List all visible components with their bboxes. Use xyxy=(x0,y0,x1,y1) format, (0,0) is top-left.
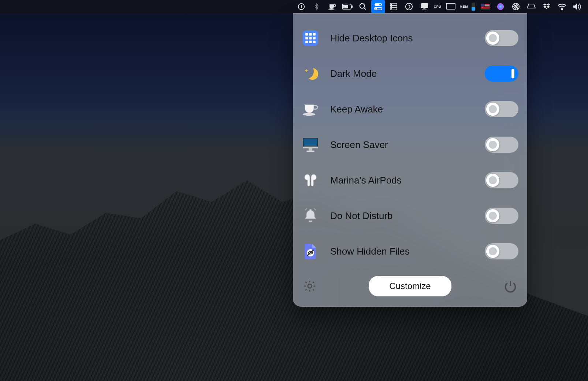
toggle-dark-mode[interactable] xyxy=(485,66,518,82)
svg-rect-42 xyxy=(306,151,315,152)
imac-icon xyxy=(302,136,319,153)
svg-rect-28 xyxy=(305,33,308,36)
volume-icon[interactable] xyxy=(570,0,584,13)
svg-point-46 xyxy=(308,284,312,288)
svg-rect-34 xyxy=(305,41,308,43)
svg-rect-21 xyxy=(422,10,427,10)
svg-point-26 xyxy=(562,9,563,10)
toggle-keep-awake[interactable] xyxy=(485,101,518,117)
dropbox-icon[interactable] xyxy=(540,0,554,13)
svg-rect-22 xyxy=(446,3,455,9)
toggle-hide-desktop[interactable] xyxy=(485,30,518,46)
svg-rect-41 xyxy=(309,148,312,151)
svg-rect-31 xyxy=(305,37,308,40)
mem-meter[interactable]: MEM xyxy=(459,0,469,13)
row-hidden-files: Show Hidden Files xyxy=(302,234,518,269)
row-label: Screen Saver xyxy=(330,139,485,151)
siri-icon[interactable] xyxy=(494,0,507,13)
airpods-icon xyxy=(302,171,319,189)
bell-icon xyxy=(302,207,319,225)
row-dark-mode: Dark Mode xyxy=(302,56,518,92)
caffeine-icon[interactable] xyxy=(325,0,339,13)
menu-bar: CPU MEM xyxy=(0,0,588,13)
toggle-screen-saver[interactable] xyxy=(485,137,518,153)
mem-bar-icon[interactable] xyxy=(470,0,477,13)
svg-line-7 xyxy=(364,8,366,10)
cpu-meter[interactable]: CPU xyxy=(433,0,442,13)
row-screen-saver: Screen Saver xyxy=(302,127,518,163)
panel-footer: Customize xyxy=(302,276,518,296)
row-keep-awake: Keep Awake xyxy=(302,92,518,127)
row-airpods: Marina’s AirPods xyxy=(302,163,518,198)
svg-point-9 xyxy=(379,4,381,5)
svg-point-6 xyxy=(360,4,365,8)
row-label: Do Not Disturb xyxy=(330,210,485,222)
row-label: Show Hidden Files xyxy=(330,246,485,257)
svg-rect-4 xyxy=(343,5,348,8)
wifi-icon[interactable] xyxy=(555,0,569,13)
keyboard-icon[interactable] xyxy=(524,0,538,13)
svg-point-15 xyxy=(391,4,392,5)
svg-rect-36 xyxy=(313,41,316,43)
row-label: Marina’s AirPods xyxy=(330,175,485,186)
settings-button[interactable] xyxy=(302,278,318,294)
row-label: Hide Desktop Icons xyxy=(330,33,485,44)
svg-rect-30 xyxy=(313,33,316,36)
row-hide-desktop: Hide Desktop Icons xyxy=(302,21,518,56)
svg-point-18 xyxy=(406,3,412,10)
bluetooth-icon[interactable] xyxy=(310,0,324,13)
svg-point-17 xyxy=(391,8,392,9)
svg-rect-20 xyxy=(423,8,425,9)
svg-point-11 xyxy=(375,8,377,10)
one-password-icon[interactable] xyxy=(294,0,308,13)
svg-rect-32 xyxy=(309,37,312,40)
svg-point-37 xyxy=(303,113,315,116)
svg-point-23 xyxy=(497,3,504,10)
screenflow-icon[interactable] xyxy=(402,0,416,13)
display-icon[interactable] xyxy=(417,0,431,13)
coffee-cup-icon xyxy=(302,100,319,118)
spotlight-icon[interactable] xyxy=(356,0,370,13)
battery-icon[interactable] xyxy=(340,0,354,13)
customize-button[interactable]: Customize xyxy=(369,276,451,296)
moon-icon xyxy=(302,65,319,82)
svg-rect-33 xyxy=(313,37,316,40)
toggle-dnd[interactable] xyxy=(485,208,518,224)
grid-icon xyxy=(302,29,319,47)
hidden-file-icon xyxy=(302,243,319,260)
row-label: Keep Awake xyxy=(330,104,485,115)
toggle-airpods[interactable] xyxy=(485,172,518,188)
svg-rect-35 xyxy=(309,41,312,43)
row-dnd: Do Not Disturb xyxy=(302,198,518,234)
svg-rect-29 xyxy=(309,33,312,36)
monitor-icon[interactable] xyxy=(444,0,458,13)
input-flag-icon[interactable] xyxy=(478,0,492,13)
svg-rect-40 xyxy=(303,147,318,148)
one-switch-panel: Hide Desktop Icons Dark Mode Keep Awake … xyxy=(293,13,527,307)
toggle-hidden-files[interactable] xyxy=(485,243,518,259)
svg-rect-39 xyxy=(304,138,317,146)
row-label: Dark Mode xyxy=(330,68,485,79)
svg-point-2 xyxy=(328,8,335,10)
svg-rect-5 xyxy=(351,5,353,8)
server-icon[interactable] xyxy=(387,0,401,13)
svg-rect-19 xyxy=(421,3,428,8)
power-button[interactable] xyxy=(502,278,518,294)
one-switch-icon[interactable] xyxy=(371,0,385,13)
aperture-icon[interactable] xyxy=(509,0,523,13)
svg-point-16 xyxy=(391,6,392,7)
